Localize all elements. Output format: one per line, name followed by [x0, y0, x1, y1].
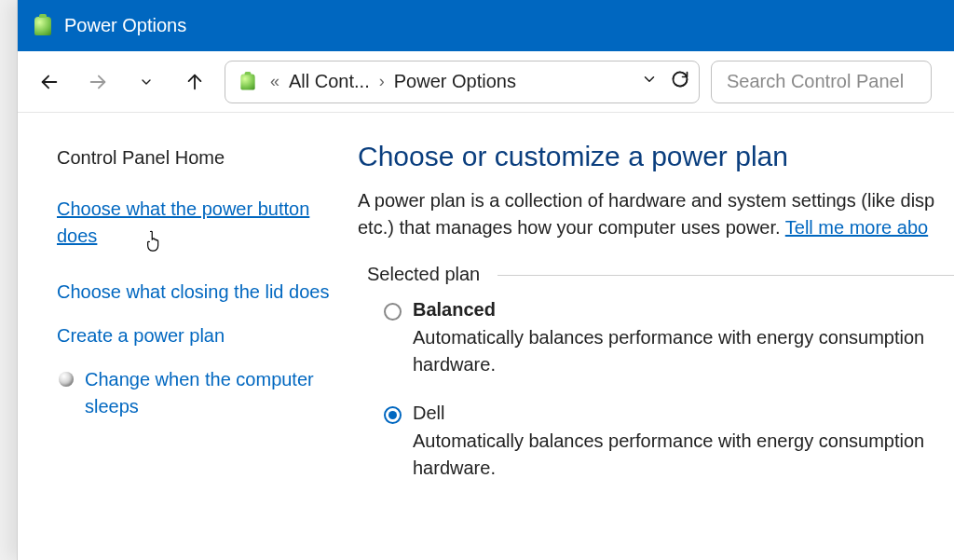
link-close-lid-does[interactable]: Choose what closing the lid does [57, 279, 332, 306]
desc-line2: etc.) that manages how your computer use… [358, 217, 785, 238]
page-description: A power plan is a collection of hardware… [358, 187, 954, 241]
breadcrumb-seg2[interactable]: Power Options [394, 71, 516, 92]
recent-dropdown[interactable] [128, 63, 165, 101]
link-power-button-does[interactable]: Choose what the power button does [57, 196, 332, 250]
plan-option-dell[interactable]: Dell Automatically balances performance … [367, 378, 954, 482]
back-button[interactable] [31, 63, 68, 101]
control-panel-home[interactable]: Control Panel Home [57, 144, 332, 171]
address-bar-icon [235, 69, 261, 95]
breadcrumb-separator: › [379, 72, 385, 91]
refresh-icon[interactable] [671, 70, 689, 93]
divider-line [497, 275, 954, 276]
link-create-power-plan[interactable]: Create a power plan [57, 322, 332, 349]
radio-balanced[interactable] [384, 303, 402, 321]
toolbar: « All Cont... › Power Options [18, 51, 954, 113]
titlebar[interactable]: Power Options [18, 0, 954, 51]
plan-name: Dell [413, 403, 924, 424]
power-battery-icon [33, 16, 53, 36]
moon-icon [57, 370, 75, 389]
plan-name: Balanced [413, 299, 924, 321]
plan-desc-line: Automatically balances performance with … [413, 430, 924, 451]
desc-line1: A power plan is a collection of hardware… [358, 190, 934, 211]
plan-desc-line: hardware. [413, 354, 496, 375]
search-box[interactable] [711, 61, 932, 103]
power-options-window: Power Options « All Cont... › Power Opti… [17, 0, 954, 560]
breadcrumb-prefix: « [270, 72, 279, 91]
content-area: Control Panel Home Choose what the power… [18, 113, 954, 560]
address-dropdown-icon[interactable] [641, 71, 658, 92]
selected-plan-group: Selected plan Balanced Automatically bal… [367, 262, 954, 482]
tell-me-more-link[interactable]: Tell me more abo [785, 217, 928, 238]
search-input[interactable] [727, 71, 916, 92]
radio-dell[interactable] [384, 406, 402, 424]
window-title: Power Options [64, 15, 186, 36]
address-bar[interactable]: « All Cont... › Power Options [225, 61, 700, 103]
breadcrumb-seg1[interactable]: All Cont... [289, 71, 370, 92]
link-change-sleep[interactable]: Change when the computer sleeps [85, 366, 332, 420]
up-button[interactable] [176, 63, 213, 101]
forward-button[interactable] [79, 63, 116, 101]
sidebar: Control Panel Home Choose what the power… [18, 113, 358, 560]
plan-option-balanced[interactable]: Balanced Automatically balances performa… [367, 282, 954, 378]
main-content: Choose or customize a power plan A power… [358, 113, 954, 560]
plan-desc-line: hardware. [413, 458, 496, 478]
page-heading: Choose or customize a power plan [358, 141, 954, 172]
selected-plan-label: Selected plan [367, 264, 489, 285]
plan-desc-line: Automatically balances performance with … [413, 327, 924, 348]
